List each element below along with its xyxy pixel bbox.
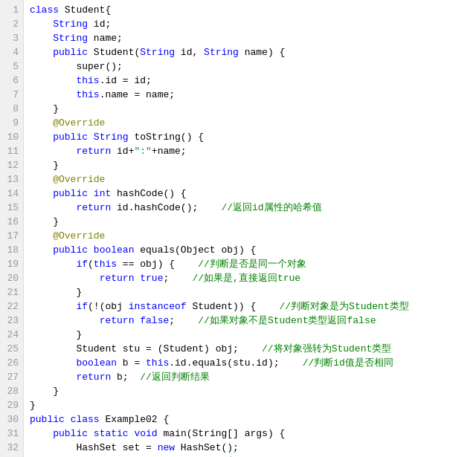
- code-line: @Override: [30, 116, 470, 130]
- line-number: 32: [3, 441, 19, 455]
- code-token-plain: [88, 244, 94, 256]
- code-token-kw: if: [76, 259, 88, 270]
- code-token-plain: [88, 428, 94, 439]
- code-token-plain: [30, 33, 53, 44]
- code-token-comment: //如果是,直接返回true: [192, 273, 300, 284]
- code-token-plain: [88, 132, 94, 143]
- line-number: 2: [3, 17, 19, 31]
- line-number: 9: [3, 116, 19, 130]
- code-line: @Override: [30, 172, 470, 187]
- line-number: 19: [3, 257, 19, 271]
- line-number: 20: [3, 271, 19, 285]
- code-line: public String toString() {: [30, 130, 470, 144]
- code-token-plain: }: [30, 216, 59, 227]
- code-token-annotation: @Override: [30, 230, 105, 242]
- code-area[interactable]: class Student{ String id; String name; p…: [24, 0, 476, 457]
- code-token-annotation: @Override: [30, 117, 105, 129]
- line-number: 5: [3, 59, 19, 74]
- code-token-kw: instanceof: [129, 301, 187, 312]
- code-token-plain: (: [88, 259, 94, 270]
- line-number: 30: [3, 412, 19, 427]
- line-number: 31: [3, 427, 19, 441]
- line-number: 24: [3, 328, 19, 342]
- code-line: }: [30, 384, 470, 398]
- code-line: @Override: [30, 229, 470, 243]
- code-token-kw: this: [76, 89, 99, 100]
- code-token-kw: String: [140, 47, 175, 58]
- code-token-plain: name;: [88, 33, 123, 44]
- line-number: 7: [3, 88, 19, 102]
- code-token-kw: false: [140, 315, 169, 326]
- line-number: 8: [3, 102, 19, 116]
- code-line: String id;: [30, 17, 470, 31]
- code-token-kw: public: [53, 47, 88, 58]
- code-line: public Student(String id, String name) {: [30, 45, 470, 59]
- code-line: public static void main(String[] args) {: [30, 427, 470, 441]
- code-token-plain: .id = id;: [100, 75, 152, 86]
- code-token-plain: }: [30, 400, 36, 411]
- code-token-str: ":": [134, 146, 151, 157]
- code-token-kw: String: [94, 132, 129, 143]
- code-token-comment: //返回判断结果: [140, 372, 210, 383]
- code-token-annotation: @Override: [30, 174, 105, 185]
- line-number: 25: [3, 342, 19, 356]
- code-token-kw: this: [94, 259, 117, 270]
- code-token-plain: [88, 188, 94, 199]
- code-line: }: [30, 158, 470, 172]
- code-token-plain: }: [30, 386, 59, 397]
- code-line: if(!(obj instanceof Student)) { //判断对象是为…: [30, 299, 470, 314]
- line-number: 22: [3, 299, 19, 314]
- code-token-kw: public: [53, 132, 88, 143]
- code-token-plain: Example02 {: [100, 414, 170, 425]
- line-number: 15: [3, 201, 19, 215]
- code-token-plain: toString() {: [129, 132, 204, 143]
- code-token-plain: HashSet set =: [30, 442, 158, 453]
- code-token-plain: b;: [111, 372, 140, 383]
- code-token-plain: [65, 414, 71, 425]
- code-line: public class Example02 {: [30, 412, 470, 427]
- code-token-kw: this: [146, 357, 169, 369]
- code-token-plain: name) {: [239, 47, 285, 58]
- code-line: boolean b = this.id.equals(stu.id); //判断…: [30, 356, 470, 370]
- code-token-plain: [30, 273, 100, 284]
- code-token-kw: public: [53, 428, 88, 439]
- code-token-comment: //将对象强转为Student类型: [262, 343, 391, 354]
- code-token-plain: .id.equals(stu.id);: [169, 357, 302, 369]
- code-line: public boolean equals(Object obj) {: [30, 243, 470, 257]
- code-token-kw: static: [94, 428, 129, 439]
- code-line: return false; //如果对象不是Student类型返回false: [30, 314, 470, 328]
- code-token-comment: //如果对象不是Student类型返回false: [198, 315, 376, 326]
- code-line: }: [30, 398, 470, 412]
- code-token-plain: ;: [163, 273, 192, 284]
- code-token-plain: [30, 259, 76, 270]
- code-token-plain: [30, 47, 53, 58]
- code-token-kw: return: [76, 146, 111, 157]
- line-number: 11: [3, 144, 19, 158]
- code-token-plain: b =: [117, 357, 146, 369]
- code-token-kw: int: [94, 188, 111, 199]
- code-token-kw: new: [158, 442, 175, 453]
- line-number: 27: [3, 370, 19, 384]
- code-token-kw: boolean: [76, 357, 117, 369]
- line-number: 29: [3, 398, 19, 412]
- code-token-kw: return: [100, 273, 135, 284]
- code-token-plain: [30, 428, 53, 439]
- line-number: 26: [3, 356, 19, 370]
- code-token-plain: == obj) {: [117, 259, 198, 270]
- line-number: 14: [3, 187, 19, 201]
- code-token-plain: (!(obj: [88, 301, 129, 312]
- code-token-kw: String: [53, 19, 88, 30]
- code-token-plain: Student(: [88, 47, 140, 58]
- code-token-plain: [30, 244, 53, 256]
- code-line: String name;: [30, 31, 470, 45]
- line-number: 12: [3, 158, 19, 172]
- code-token-plain: ;: [169, 315, 198, 326]
- code-line: Student stu = (Student) obj; //将对象强转为Stu…: [30, 342, 470, 356]
- code-line: }: [30, 285, 470, 299]
- code-token-plain: hashCode() {: [111, 188, 186, 199]
- line-number: 4: [3, 45, 19, 59]
- code-line: return id.hashCode(); //返回id属性的哈希值: [30, 201, 470, 215]
- code-token-plain: }: [30, 329, 82, 340]
- code-token-plain: .name = name;: [100, 89, 175, 100]
- code-token-kw: public: [53, 244, 88, 256]
